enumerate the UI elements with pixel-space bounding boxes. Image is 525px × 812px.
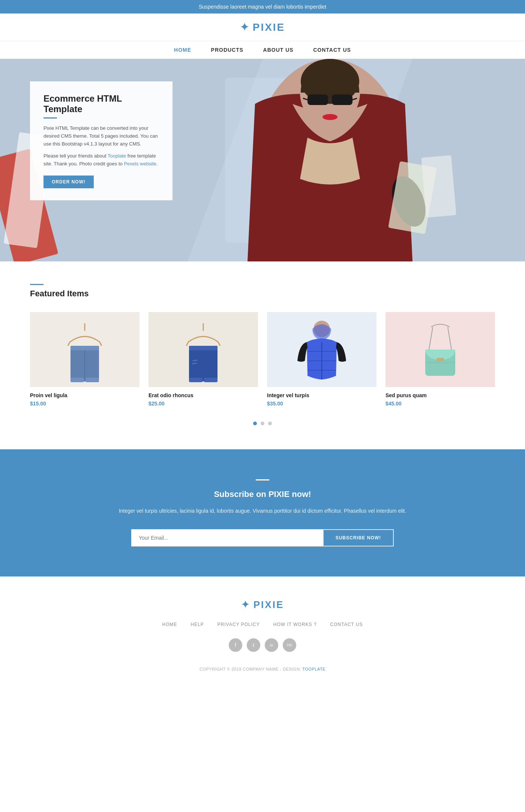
order-now-button[interactable]: ORDER NOW! xyxy=(44,176,94,188)
footer-nav-help[interactable]: HELP xyxy=(191,622,204,627)
product-svg-2 xyxy=(148,312,258,387)
svg-rect-16 xyxy=(421,155,456,218)
product-image-4 xyxy=(386,312,495,387)
featured-accent xyxy=(30,284,44,285)
product-svg-1 xyxy=(30,312,140,387)
nav-item-about[interactable]: ABOUT US xyxy=(263,47,294,53)
product-svg-4 xyxy=(386,312,495,387)
product-name-3: Integer vel turpis xyxy=(267,392,376,398)
svg-rect-9 xyxy=(332,95,352,105)
svg-rect-25 xyxy=(86,378,99,382)
top-bar: Suspendisse laoreet magna vel diam lobor… xyxy=(0,0,525,14)
hero-content-box: Ecommerce HTML Template Pixie HTML Templ… xyxy=(30,81,172,200)
twitter-icon[interactable]: t xyxy=(247,638,260,652)
svg-point-13 xyxy=(322,114,338,120)
footer-nav-home[interactable]: HOME xyxy=(162,622,177,627)
pagination-dots xyxy=(30,420,495,427)
svg-rect-47 xyxy=(436,358,444,362)
svg-rect-23 xyxy=(70,346,99,350)
footer-logo-text: PIXIE xyxy=(254,599,284,611)
rss-icon[interactable]: rss xyxy=(283,638,296,652)
hero-section: Ecommerce HTML Template Pixie HTML Templ… xyxy=(0,59,525,261)
footer: ✦ PIXIE HOME HELP PRIVACY POLICY HOW IT … xyxy=(0,576,525,683)
facebook-icon[interactable]: f xyxy=(229,638,242,652)
featured-section: Featured Items xyxy=(0,261,525,449)
footer-nav: HOME HELP PRIVACY POLICY HOW IT WORKS ? … xyxy=(30,622,495,627)
nav-item-home[interactable]: HOME xyxy=(174,47,191,53)
pagination-dot-3[interactable] xyxy=(268,422,272,425)
product-card-2[interactable]: Erat odio rhoncus $25.00 xyxy=(148,312,258,407)
subscribe-button[interactable]: SUBSCRIBE NOW! xyxy=(323,529,394,546)
pagination-dot-1[interactable] xyxy=(253,422,257,425)
email-input[interactable] xyxy=(131,529,323,546)
logo[interactable]: ✦ PIXIE xyxy=(240,21,285,33)
featured-title: Featured Items xyxy=(30,289,495,299)
svg-rect-34 xyxy=(204,378,218,382)
product-card-4[interactable]: Sed purus quam $45.00 xyxy=(386,312,495,407)
footer-copyright: COPYRIGHT © 2019 COMPANY NAME - DESIGN: … xyxy=(30,667,495,671)
nav-item-products[interactable]: PRODUCTS xyxy=(211,47,244,53)
linkedin-icon[interactable]: in xyxy=(265,638,278,652)
product-image-3 xyxy=(267,312,376,387)
social-icons: f t in rss xyxy=(30,638,495,652)
product-svg-3 xyxy=(267,312,376,387)
product-name-4: Sed purus quam xyxy=(386,392,495,398)
nav-item-contact[interactable]: CONTACT US xyxy=(313,47,351,53)
product-image-1 xyxy=(30,312,140,387)
pexels-link[interactable]: Pexels website. xyxy=(124,161,158,167)
products-grid: Proin vel ligula $15.00 xyxy=(30,312,495,407)
subscribe-title: Subscribe on PIXIE now! xyxy=(30,489,495,499)
hero-title: Ecommerce HTML Template xyxy=(44,93,159,114)
product-name-1: Proin vel ligula xyxy=(30,392,140,398)
svg-rect-24 xyxy=(70,378,84,382)
main-nav: HOME PRODUCTS ABOUT US CONTACT US xyxy=(0,41,525,59)
product-name-2: Erat odio rhoncus xyxy=(148,392,258,398)
top-bar-message: Suspendisse laoreet magna vel diam lobor… xyxy=(199,4,326,10)
product-price-2: $25.00 xyxy=(148,401,258,407)
hero-paragraph-1: Pixie HTML Template can be converted int… xyxy=(44,125,159,148)
logo-text: PIXIE xyxy=(253,21,285,33)
svg-rect-8 xyxy=(308,95,328,105)
footer-logo: ✦ PIXIE xyxy=(30,599,495,611)
subscribe-form: SUBSCRIBE NOW! xyxy=(131,529,394,546)
product-price-1: $15.00 xyxy=(30,401,140,407)
product-price-4: $45.00 xyxy=(386,401,495,407)
hero-accent xyxy=(44,117,57,119)
subscribe-description: Integer vel turpis ultricies, lacinia li… xyxy=(30,507,495,516)
tooplate-link[interactable]: Tooplate xyxy=(108,153,126,159)
product-price-3: $35.00 xyxy=(267,401,376,407)
hero-paragraph-2: Please tell your friends about Tooplate … xyxy=(44,152,159,168)
header: ✦ PIXIE xyxy=(0,14,525,41)
product-card-1[interactable]: Proin vel ligula $15.00 xyxy=(30,312,140,407)
footer-logo-symbol: ✦ xyxy=(241,599,250,611)
footer-nav-privacy[interactable]: PRIVACY POLICY xyxy=(218,622,260,627)
svg-rect-33 xyxy=(189,378,202,382)
product-image-2 xyxy=(148,312,258,387)
pagination-dot-2[interactable] xyxy=(261,422,264,425)
logo-symbol: ✦ xyxy=(240,21,250,33)
svg-rect-32 xyxy=(189,346,218,350)
subscribe-section: Subscribe on PIXIE now! Integer vel turp… xyxy=(0,449,525,576)
subscribe-accent xyxy=(256,479,269,480)
footer-nav-how[interactable]: HOW IT WORKS ? xyxy=(273,622,317,627)
tooplate-footer-link[interactable]: TOOPLATE xyxy=(302,667,326,671)
footer-nav-contact[interactable]: CONTACT US xyxy=(330,622,363,627)
product-card-3[interactable]: Integer vel turpis $35.00 xyxy=(267,312,376,407)
